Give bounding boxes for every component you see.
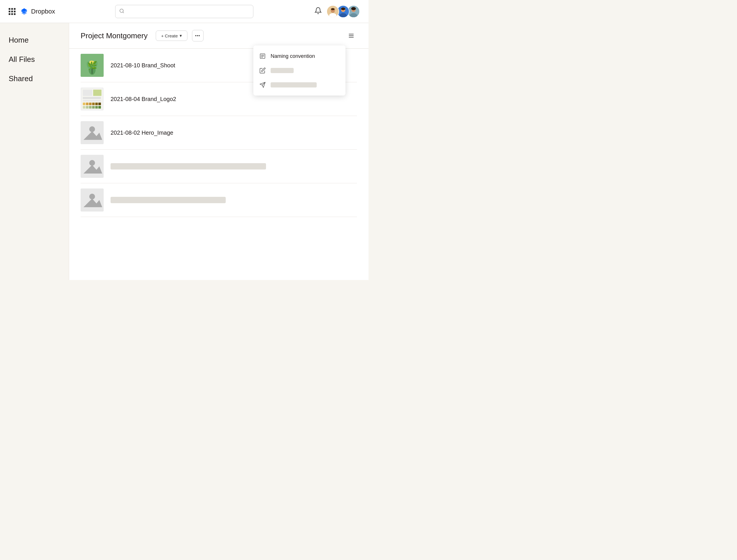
svg-rect-25: [83, 90, 92, 96]
svg-line-1: [123, 12, 123, 13]
sidebar-item-all-files[interactable]: All Files: [9, 54, 60, 65]
file-thumb-5: [81, 188, 104, 212]
pencil-icon: [259, 67, 266, 74]
floral-thumbnail: [81, 54, 104, 77]
search-input[interactable]: [115, 5, 253, 18]
naming-convention-icon: [259, 53, 266, 59]
dropbox-logo[interactable]: Dropbox: [20, 7, 55, 16]
svg-rect-28: [83, 100, 101, 102]
more-options-icon: •••: [195, 33, 200, 38]
grid-dot: [11, 11, 13, 12]
file-name-3: 2021-08-02 Hero_Image: [111, 129, 173, 136]
grid-dot: [9, 8, 10, 10]
dropbox-logo-text: Dropbox: [31, 8, 55, 15]
folder-title: Project Montgomery: [81, 31, 148, 40]
svg-rect-23: [91, 68, 93, 74]
svg-rect-31: [89, 103, 92, 105]
grid-dot: [9, 13, 10, 15]
app-grid-icon[interactable]: [9, 8, 16, 15]
svg-rect-34: [98, 103, 101, 105]
rename-label-placeholder: [270, 68, 294, 73]
folder-header: Project Montgomery + Create ▾ •••: [69, 23, 368, 49]
file-name-placeholder-5: [111, 197, 226, 203]
grid-dot: [11, 13, 13, 15]
avatar-face-3: [348, 6, 359, 17]
sidebar-item-home[interactable]: Home: [9, 35, 60, 46]
main-layout: Home All Files Shared Project Montgomery…: [0, 23, 368, 280]
sidebar: Home All Files Shared: [0, 23, 69, 280]
file-item-5[interactable]: [81, 183, 357, 217]
avatar-image-1: [327, 5, 338, 18]
svg-rect-40: [98, 106, 101, 108]
image-placeholder-icon-3: [81, 188, 104, 212]
svg-point-6: [331, 8, 335, 10]
svg-rect-32: [92, 103, 95, 105]
list-view-icon: [348, 33, 354, 39]
main-content: Project Montgomery + Create ▾ •••: [69, 23, 368, 280]
send-icon: [259, 82, 266, 88]
svg-rect-26: [93, 90, 102, 96]
search-input-wrap: [115, 5, 253, 18]
search-icon: [119, 8, 124, 15]
file-thumb-1: [81, 54, 104, 77]
menu-item-naming-convention[interactable]: Naming convention: [253, 49, 345, 63]
file-name-2: 2021-08-04 Brand_Logo2: [111, 96, 176, 102]
avatar-face-1: [327, 6, 338, 17]
sidebar-item-shared[interactable]: Shared: [9, 73, 60, 84]
create-button-label: + Create: [161, 33, 178, 38]
grid-dot: [14, 8, 16, 10]
file-item-3[interactable]: 2021-08-02 Hero_Image: [81, 116, 357, 150]
file-item-4[interactable]: [81, 150, 357, 183]
header-right: [302, 5, 360, 18]
svg-rect-35: [83, 106, 85, 108]
avatar-image-3: [348, 5, 359, 18]
dropdown-menu: Naming convention: [253, 45, 345, 96]
grid-dot: [14, 11, 16, 12]
svg-point-22: [89, 60, 95, 64]
header-left: Dropbox: [9, 7, 66, 16]
grid-dot: [11, 8, 13, 10]
file-name-1: 2021-08-10 Brand_Shoot: [111, 62, 175, 69]
more-options-button[interactable]: •••: [192, 30, 203, 41]
svg-point-10: [341, 7, 345, 10]
file-thumb-4: [81, 155, 104, 178]
image-placeholder-icon-1: [81, 121, 104, 144]
user-avatars[interactable]: [326, 5, 360, 18]
create-dropdown-icon: ▾: [180, 33, 182, 38]
svg-rect-37: [89, 106, 92, 108]
svg-rect-38: [92, 106, 95, 108]
svg-rect-33: [95, 103, 98, 105]
svg-rect-27: [83, 97, 101, 99]
svg-rect-30: [86, 103, 88, 105]
avatar-face-2: [337, 6, 349, 17]
dropbox-icon: [20, 7, 29, 16]
image-placeholder-icon-2: [81, 155, 104, 178]
notification-bell-icon[interactable]: [314, 7, 322, 16]
grid-dot: [14, 13, 16, 15]
grid-dot: [9, 11, 10, 12]
avatar-1[interactable]: [326, 5, 339, 18]
file-name-placeholder-4: [111, 163, 266, 169]
create-button[interactable]: + Create ▾: [156, 31, 187, 41]
svg-rect-39: [95, 106, 98, 108]
search-bar: [66, 5, 302, 18]
avatar-image-2: [337, 5, 349, 18]
naming-convention-label: Naming convention: [270, 53, 315, 59]
header: Dropbox: [0, 0, 368, 23]
svg-point-14: [351, 7, 356, 10]
menu-item-rename[interactable]: [253, 63, 345, 78]
file-thumb-2: [81, 87, 104, 111]
view-toggle-button[interactable]: [345, 30, 357, 41]
svg-rect-29: [83, 103, 85, 105]
share-label-placeholder: [270, 82, 317, 87]
menu-item-share[interactable]: [253, 78, 345, 92]
svg-rect-36: [86, 106, 88, 108]
brand-logo-thumbnail: [82, 87, 102, 111]
file-thumb-3: [81, 121, 104, 144]
